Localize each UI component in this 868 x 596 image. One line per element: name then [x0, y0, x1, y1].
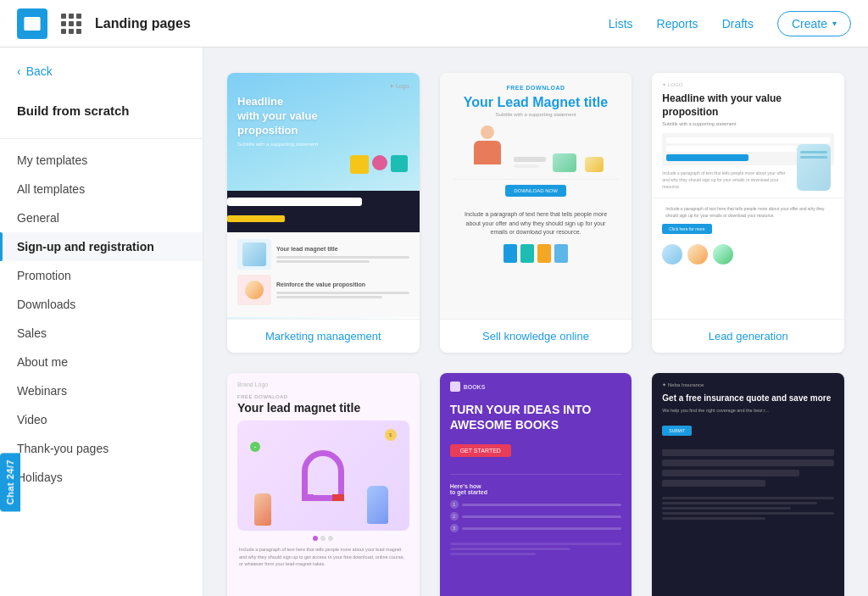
sidebar-item-general[interactable]: General [0, 203, 203, 232]
sidebar-item-downloads[interactable]: Downloads [0, 290, 203, 319]
card-books-title: TURN YOUR IDEAS INTO AWESOME BOOKS [450, 402, 622, 432]
nav-link-drafts[interactable]: Drafts [722, 17, 754, 31]
card-knowledge-badge: FREE DOWNLOAD [453, 85, 619, 91]
sidebar-item-sales[interactable]: Sales [0, 319, 203, 348]
card-insurance-cta-btn[interactable]: SUBMIT [662, 426, 692, 436]
card-insurance-logo: ✦ Neba Insurance [662, 382, 834, 387]
card-lead-preview: ✦ LOGO Headline with your value proposit… [652, 73, 844, 319]
logo-icon [17, 8, 47, 39]
card-books-logo: BOOKS [450, 382, 622, 392]
card-marketing-dark-section [227, 191, 420, 232]
back-chevron-icon: ‹ [17, 64, 21, 78]
chat-button[interactable]: Chat 24/7 [0, 453, 20, 511]
card-knowledge-body-text: Include a paragraph of text here that te… [453, 210, 619, 237]
card-marketing-headline: Headlinewith your valueproposition [237, 95, 409, 138]
sidebar-item-my-templates[interactable]: My templates [0, 146, 203, 175]
card-magnet-body-text: Include a paragraph of text here that te… [237, 546, 409, 568]
card-knowledge-sub: Subtitle with a supporting statement [453, 112, 619, 117]
card-lead-magnet[interactable]: Brand Logo FREE DOWNLOAD Your lead magne… [227, 373, 420, 596]
card-lead-headline: Headline with your value proposition [662, 92, 834, 119]
cards-grid: ✦ Logo Headlinewith your valuepropositio… [227, 73, 844, 596]
card-books-cta-btn[interactable]: GET STARTED [450, 444, 511, 457]
sidebar-item-all-templates[interactable]: All templates [0, 175, 203, 203]
sidebar-divider [0, 138, 203, 139]
nav-link-reports[interactable]: Reports [657, 17, 698, 31]
card-books-steps: Here's howto get started 1 2 3 [450, 483, 622, 532]
card-marketing-bottom: Your lead magnet title Reinforce the val… [227, 232, 420, 317]
card-magnet-title: Your lead magnet title [237, 401, 409, 415]
card-insurance[interactable]: ✦ Neba Insurance Get a free insurance qu… [652, 373, 844, 596]
card-books[interactable]: BOOKS TURN YOUR IDEAS INTO AWESOME BOOKS… [440, 373, 632, 596]
card-insurance-headline: Get a free insurance quote and save more [662, 393, 834, 404]
card-marketing-shapes [237, 153, 409, 175]
main-content: ✦ Logo Headlinewith your valuepropositio… [203, 47, 868, 596]
nav-link-lists[interactable]: Lists [609, 17, 633, 31]
card-knowledge-title: Your Lead Magnet title [453, 94, 619, 110]
sidebar-item-promotion[interactable]: Promotion [0, 261, 203, 290]
app-title: Landing pages [95, 16, 191, 31]
sidebar-item-about-me[interactable]: About me [0, 348, 203, 376]
sidebar-item-thank-you[interactable]: Thank-you pages [0, 434, 203, 463]
card-magnet-logo: Brand Logo [237, 382, 409, 387]
card-lead-text: Include a paragraph of text that tells p… [662, 170, 793, 190]
card-insurance-sub: We help you find the right coverage and … [662, 407, 834, 414]
card-marketing-sub: Subtitle with a supporting statement [237, 142, 409, 147]
card-lead-label: Lead generation [652, 319, 844, 353]
card-lead-phone-area [797, 170, 834, 191]
card-sell-knowledge[interactable]: FREE DOWNLOAD Your Lead Magnet title Sub… [440, 73, 632, 353]
card-knowledge-preview: FREE DOWNLOAD Your Lead Magnet title Sub… [440, 73, 632, 319]
card-books-preview: BOOKS TURN YOUR IDEAS INTO AWESOME BOOKS… [440, 373, 632, 596]
card-marketing-img-2 [237, 275, 271, 305]
card-insurance-body [662, 497, 834, 520]
sidebar-item-signup-registration[interactable]: Sign-up and registration [0, 232, 203, 261]
mail-icon [24, 17, 41, 31]
card-lead-logo: ✦ LOGO [662, 81, 834, 87]
card-marketing-logo: ✦ Logo [237, 83, 409, 90]
card-insurance-preview: ✦ Neba Insurance Get a free insurance qu… [652, 373, 844, 596]
card-knowledge-illustration [453, 125, 619, 172]
card-lead-icons-row [662, 244, 834, 265]
card-knowledge-label: Sell knowledge online [440, 319, 632, 353]
card-lead-para: Include a paragraph of text here that te… [662, 205, 834, 219]
card-lead-cta-btn[interactable]: Click here for more [662, 224, 711, 234]
sidebar: ‹ Back Build from scratch My templates A… [0, 47, 203, 596]
back-link[interactable]: ‹ Back [0, 64, 203, 95]
card-lead-sub: Subtitle with a supporting statement [662, 121, 834, 126]
sidebar-build-from-scratch[interactable]: Build from scratch [0, 95, 203, 135]
sidebar-item-webinars[interactable]: Webinars [0, 376, 203, 405]
card-knowledge-download-btn[interactable]: DOWNLOAD NOW [505, 185, 566, 197]
chevron-down-icon: ▾ [832, 19, 837, 28]
card-insurance-form-area [662, 449, 834, 487]
card-lead-generation[interactable]: ✦ LOGO Headline with your value proposit… [652, 73, 844, 353]
card-marketing-img-1 [237, 239, 271, 270]
main-layout: ‹ Back Build from scratch My templates A… [0, 47, 868, 596]
top-navigation: Landing pages Lists Reports Drafts Creat… [0, 0, 868, 47]
card-magnet-illustration: $ + [237, 421, 409, 531]
sidebar-item-video[interactable]: Video [0, 405, 203, 434]
grid-icon[interactable] [58, 10, 85, 37]
sidebar-item-holidays[interactable]: Holidays [0, 463, 203, 492]
card-knowledge-books [453, 244, 619, 263]
nav-links: Lists Reports Drafts Create ▾ [609, 11, 851, 36]
card-magnet-preview: Brand Logo FREE DOWNLOAD Your lead magne… [227, 373, 420, 596]
card-marketing-management[interactable]: ✦ Logo Headlinewith your valuepropositio… [227, 73, 420, 353]
card-marketing-label: Marketing management [227, 319, 420, 353]
create-button[interactable]: Create ▾ [777, 11, 851, 36]
card-marketing-preview: ✦ Logo Headlinewith your valuepropositio… [227, 73, 420, 319]
